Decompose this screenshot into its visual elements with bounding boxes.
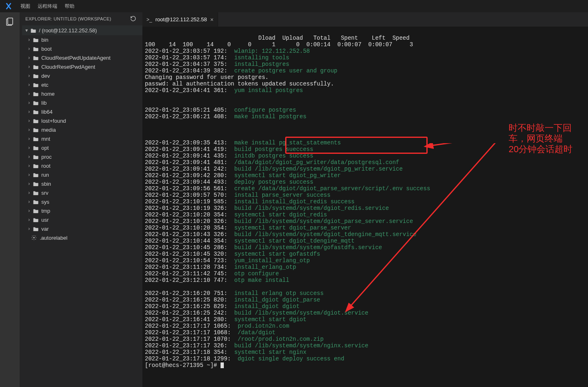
- close-icon[interactable]: ×: [210, 16, 214, 23]
- tree-folder[interactable]: proc: [22, 152, 142, 161]
- chevron-right-icon: [26, 37, 32, 43]
- tree-folder[interactable]: home: [22, 89, 142, 98]
- menu-view[interactable]: 视图: [20, 2, 31, 11]
- tree-folder[interactable]: lib: [22, 98, 142, 107]
- terminal-line: 2022-01-22_23:17:17 1065: prod.iotn2n.co…: [145, 323, 586, 329]
- terminal-line: 2022-01-22_23:10:20 354: systemctl start…: [145, 225, 586, 231]
- tree-folder-label: media: [41, 127, 56, 133]
- terminal-tab[interactable]: >_ root@122.112.252.58 ×: [142, 12, 218, 27]
- terminal-line: 2022-01-22_23:16:25 242: build /lib/syst…: [145, 310, 586, 316]
- terminal-line: 2022-01-22_23:09:56 561: create /data/dg…: [145, 185, 586, 192]
- tree-folder[interactable]: var: [22, 224, 142, 233]
- chevron-right-icon: [26, 208, 32, 214]
- tree-folder[interactable]: etc: [22, 80, 142, 89]
- chevron-right-icon: [26, 55, 32, 61]
- terminal-line: 2022-01-22_23:16:20 751: install erlang …: [145, 290, 586, 297]
- terminal-line: 2022-01-22_23:09:41 419: build postgres …: [145, 146, 586, 153]
- terminal-line: 2022-01-22_23:17:18 1299: dgiot single d…: [145, 356, 586, 362]
- tree-folder[interactable]: usr: [22, 215, 142, 224]
- terminal-line: 2022-01-22_23:10:54 723: yum_install_erl…: [145, 257, 586, 264]
- tree-folder-label: boot: [41, 46, 52, 52]
- folder-icon: [33, 217, 39, 222]
- tree-folder-label: usr: [41, 217, 49, 223]
- chevron-right-icon: [26, 73, 32, 79]
- chevron-right-icon: [26, 118, 32, 124]
- chevron-right-icon: [26, 145, 32, 151]
- tree-folder[interactable]: media: [22, 125, 142, 134]
- folder-icon: [33, 55, 39, 60]
- terminal-line: 2022-01-22_23:09:35 413: make install pg…: [145, 140, 586, 146]
- chevron-right-icon: [26, 181, 32, 187]
- tree-folder-label: lib: [41, 100, 47, 106]
- tree-folder[interactable]: lost+found: [22, 116, 142, 125]
- terminal-line: 2022-01-22_23:10:44 354: systemctl start…: [145, 238, 586, 244]
- explorer-icon[interactable]: [5, 16, 15, 27]
- sidebar: EXPLORER: UNTITLED (WORKSPACE) / (root@1…: [20, 12, 142, 387]
- folder-icon: [33, 73, 39, 78]
- chevron-right-icon: [26, 109, 32, 115]
- terminal-line: 2022-01-22_23:05:21 405: configure postg…: [145, 107, 586, 113]
- folder-icon: [33, 91, 39, 96]
- tree-folder-label: dev: [41, 73, 50, 79]
- folder-icon: [33, 127, 39, 132]
- terminal-line: 2022-01-22_23:09:42 280: systemctl start…: [145, 172, 586, 179]
- folder-icon: [33, 226, 39, 231]
- terminal-line: 2022-01-22_23:09:57 570: install parse_s…: [145, 192, 586, 198]
- chevron-right-icon: [26, 190, 32, 196]
- folder-icon: [33, 145, 39, 150]
- terminal-line: 2022-01-22_23:09:41 481: /data/dgiot/dgi…: [145, 159, 586, 166]
- terminal-line: passwd: all authentication tokens update…: [145, 81, 586, 87]
- tree-folder-label: mnt: [41, 136, 50, 142]
- chevron-right-icon: [26, 136, 32, 142]
- terminal-line: 2022-01-22_23:09:44 493: deploy postgres…: [145, 179, 586, 185]
- terminal-line: 2022-01-22_23:10:45 320: systemctl start…: [145, 251, 586, 257]
- tree-folder[interactable]: opt: [22, 143, 142, 152]
- terminal-line: [145, 133, 586, 140]
- terminal-line: 2022-01-22_23:10:45 286: build /lib/syst…: [145, 244, 586, 251]
- terminal-line: [145, 284, 586, 290]
- tree-folder[interactable]: run: [22, 170, 142, 179]
- svg-point-1: [33, 237, 35, 239]
- file-tree: / (root@122.112.252.58) binbootCloudRese…: [20, 25, 142, 242]
- chevron-right-icon: [26, 163, 32, 169]
- folder-icon: [33, 37, 39, 42]
- terminal-line: 2022-01-22_23:10:19 326: build /lib/syst…: [145, 205, 586, 212]
- sidebar-header: EXPLORER: UNTITLED (WORKSPACE): [20, 12, 142, 25]
- tree-folder[interactable]: bin: [22, 35, 142, 44]
- menu-remote-terminal[interactable]: 远程终端: [37, 2, 58, 11]
- terminal-line: 2022-01-22_23:10:43 326: build /lib/syst…: [145, 231, 586, 238]
- tree-folder[interactable]: boot: [22, 44, 142, 53]
- folder-icon: [33, 199, 39, 204]
- terminal-line: 2022-01-22_23:10:20 354: systemctl start…: [145, 212, 586, 218]
- chevron-right-icon: [26, 226, 32, 232]
- tree-folder[interactable]: sys: [22, 197, 142, 206]
- activity-bar: [0, 12, 20, 387]
- chevron-right-icon: [26, 172, 32, 178]
- tree-folder[interactable]: lib64: [22, 107, 142, 116]
- tree-file[interactable]: .autorelabel: [22, 233, 142, 242]
- tree-folder-label: var: [41, 226, 49, 232]
- tree-folder[interactable]: mnt: [22, 134, 142, 143]
- folder-icon: [33, 82, 39, 87]
- chevron-right-icon: [26, 217, 32, 223]
- tree-folder[interactable]: srv: [22, 188, 142, 197]
- terminal-line: [145, 126, 586, 133]
- terminal-line: [145, 94, 586, 100]
- sidebar-title: EXPLORER: UNTITLED (WORKSPACE): [25, 16, 111, 21]
- tree-folder[interactable]: CloudResetPwdUpdateAgent: [22, 53, 142, 62]
- menu-help[interactable]: 帮助: [64, 2, 75, 11]
- terminal-line: 2022-01-22_23:10:20 326: build /lib/syst…: [145, 218, 586, 225]
- tree-folder-label: opt: [41, 145, 49, 151]
- tree-folder[interactable]: root: [22, 161, 142, 170]
- tree-folder[interactable]: dev: [22, 71, 142, 80]
- terminal-line: 2022-01-22_23:17:17 1070: /root/prod.iot…: [145, 336, 586, 342]
- chevron-right-icon: [26, 100, 32, 106]
- tree-folder[interactable]: CloudrResetPwdAgent: [22, 62, 142, 71]
- refresh-icon[interactable]: [130, 16, 137, 22]
- tree-folder[interactable]: tmp: [22, 206, 142, 215]
- tree-folder[interactable]: sbin: [22, 179, 142, 188]
- terminal-output[interactable]: Dload Upload Total Spent Left Speed 100 …: [142, 27, 588, 387]
- tree-root[interactable]: / (root@122.112.252.58): [22, 25, 142, 35]
- tree-folder-label: bin: [41, 37, 48, 43]
- tree-root-label: / (root@122.112.252.58): [39, 27, 97, 34]
